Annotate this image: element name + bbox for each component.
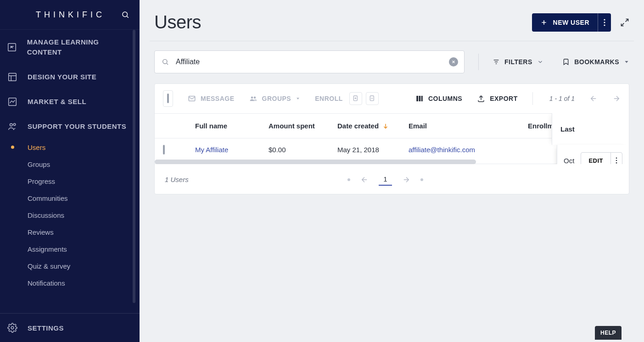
svg-point-13 bbox=[604, 22, 605, 23]
caret-down-icon bbox=[296, 96, 300, 101]
search-icon bbox=[162, 58, 169, 66]
groups-button[interactable]: GROUPS bbox=[249, 94, 301, 103]
col-email[interactable]: Email bbox=[409, 122, 528, 130]
sidebar-header: THINKIFIC bbox=[0, 0, 140, 29]
horizontal-scrollbar[interactable] bbox=[155, 160, 476, 164]
sidebar-scroll: MANAGE LEARNING CONTENT DESIGN YOUR SITE… bbox=[0, 29, 140, 313]
pager-last-dot[interactable] bbox=[420, 178, 423, 181]
page-title: Users bbox=[154, 12, 201, 33]
subnav-quiz-survey[interactable]: Quiz & survey bbox=[0, 258, 140, 275]
gear-icon bbox=[6, 323, 19, 333]
enroll-button[interactable]: ENROLL bbox=[315, 92, 379, 105]
col-full-name[interactable]: Full name bbox=[195, 122, 269, 130]
enroll-add-icon[interactable] bbox=[349, 92, 362, 105]
nav-label: SUPPORT YOUR STUDENTS bbox=[28, 121, 126, 132]
help-button[interactable]: HELP bbox=[595, 326, 622, 340]
subnav-discussions[interactable]: Discussions bbox=[0, 207, 140, 224]
subnav-groups[interactable]: Groups bbox=[0, 156, 140, 173]
nav-support-students[interactable]: SUPPORT YOUR STUDENTS bbox=[0, 114, 140, 139]
divider bbox=[478, 54, 479, 70]
settings-label: SETTINGS bbox=[28, 324, 64, 332]
svg-point-14 bbox=[604, 24, 605, 26]
pager-next[interactable] bbox=[402, 176, 410, 184]
columns-label: COLUMNS bbox=[428, 95, 462, 102]
subnav-label: Assignments bbox=[28, 245, 67, 253]
filters-button[interactable]: FILTERS bbox=[493, 58, 543, 66]
cell-date-created: May 21, 2018 bbox=[337, 146, 409, 154]
svg-rect-34 bbox=[416, 96, 418, 101]
table-footer: 1 Users 1 bbox=[155, 164, 629, 194]
nav-label: DESIGN YOUR SITE bbox=[28, 72, 96, 82]
help-label: HELP bbox=[600, 330, 616, 336]
search-input[interactable] bbox=[154, 50, 465, 73]
svg-point-8 bbox=[13, 123, 16, 126]
cell-email[interactable]: affiliate@thinkific.com bbox=[409, 146, 528, 154]
col-amount-spent[interactable]: Amount spent bbox=[269, 122, 337, 130]
main: Users NEW USER bbox=[140, 0, 644, 342]
brand-logo: THINKIFIC bbox=[36, 10, 105, 20]
export-icon bbox=[477, 94, 485, 103]
new-user-more-button[interactable] bbox=[598, 13, 611, 32]
subnav-assignments[interactable]: Assignments bbox=[0, 241, 140, 258]
svg-line-18 bbox=[167, 63, 168, 65]
svg-point-42 bbox=[616, 160, 617, 161]
message-label: MESSAGE bbox=[201, 95, 235, 102]
subnav-label: Notifications bbox=[28, 279, 65, 287]
subnav-progress[interactable]: Progress bbox=[0, 173, 140, 190]
subnav-communities[interactable]: Communities bbox=[0, 190, 140, 207]
row-actions: Oct EDIT bbox=[557, 145, 629, 164]
pager-current[interactable]: 1 bbox=[379, 173, 392, 186]
nav-design-your-site[interactable]: DESIGN YOUR SITE bbox=[0, 65, 140, 89]
prev-page-arrow[interactable] bbox=[589, 94, 598, 103]
expand-icon[interactable] bbox=[620, 18, 629, 27]
bookmark-icon bbox=[562, 58, 570, 66]
search-icon[interactable] bbox=[121, 11, 129, 19]
plus-icon bbox=[540, 19, 548, 26]
clear-search-button[interactable] bbox=[449, 57, 458, 66]
svg-rect-35 bbox=[419, 96, 420, 101]
export-label: EXPORT bbox=[490, 95, 518, 102]
pager-first-dot[interactable] bbox=[347, 178, 350, 181]
svg-line-16 bbox=[622, 23, 624, 26]
enroll-remove-icon[interactable] bbox=[366, 92, 379, 105]
export-button[interactable]: EXPORT bbox=[477, 94, 518, 103]
nav-market-sell[interactable]: MARKET & SELL bbox=[0, 89, 140, 114]
svg-point-12 bbox=[604, 19, 605, 20]
subnav-label: Progress bbox=[28, 177, 55, 185]
page-header: Users NEW USER bbox=[150, 0, 634, 41]
edit-more-button[interactable] bbox=[610, 153, 622, 164]
edit-square-icon bbox=[6, 42, 19, 52]
new-user-button[interactable]: NEW USER bbox=[532, 13, 598, 32]
new-user-label: NEW USER bbox=[553, 19, 589, 26]
bookmarks-button[interactable]: BOOKMARKS bbox=[562, 58, 629, 66]
row-checkbox[interactable] bbox=[163, 145, 165, 154]
col-date-created-label: Date created bbox=[337, 122, 379, 130]
results-summary: 1 Users bbox=[165, 176, 189, 183]
enroll-icons bbox=[349, 92, 379, 105]
cell-full-name[interactable]: My Affiliate bbox=[195, 146, 269, 154]
subnav-reviews[interactable]: Reviews bbox=[0, 224, 140, 241]
svg-marker-24 bbox=[625, 61, 628, 63]
cell-last-partial: Oct bbox=[564, 157, 574, 165]
subnav-label: Groups bbox=[28, 160, 50, 168]
svg-point-17 bbox=[163, 60, 167, 64]
nav-manage-learning-content[interactable]: MANAGE LEARNING CONTENT bbox=[0, 30, 140, 65]
svg-point-43 bbox=[616, 162, 617, 164]
nav-settings[interactable]: SETTINGS bbox=[0, 313, 140, 342]
users-icon bbox=[6, 121, 19, 132]
sticky-header-last: Last bbox=[552, 113, 629, 145]
edit-button[interactable]: EDIT bbox=[581, 153, 610, 164]
chevron-down-icon bbox=[537, 59, 543, 65]
next-page-arrow[interactable] bbox=[612, 94, 621, 103]
subnav-users[interactable]: Users bbox=[0, 139, 140, 156]
col-date-created[interactable]: Date created bbox=[337, 122, 409, 130]
subnav-label: Communities bbox=[28, 194, 68, 202]
message-button[interactable]: MESSAGE bbox=[188, 94, 235, 103]
pager-prev[interactable] bbox=[360, 176, 369, 184]
select-all-checkbox[interactable] bbox=[167, 94, 169, 103]
users-table-card: MESSAGE GROUPS ENROLL bbox=[154, 83, 629, 194]
subnav-notifications[interactable]: Notifications bbox=[0, 275, 140, 292]
header-actions: NEW USER bbox=[532, 13, 629, 32]
columns-button[interactable]: COLUMNS bbox=[415, 94, 462, 103]
col-last-label[interactable]: Last bbox=[560, 125, 575, 133]
